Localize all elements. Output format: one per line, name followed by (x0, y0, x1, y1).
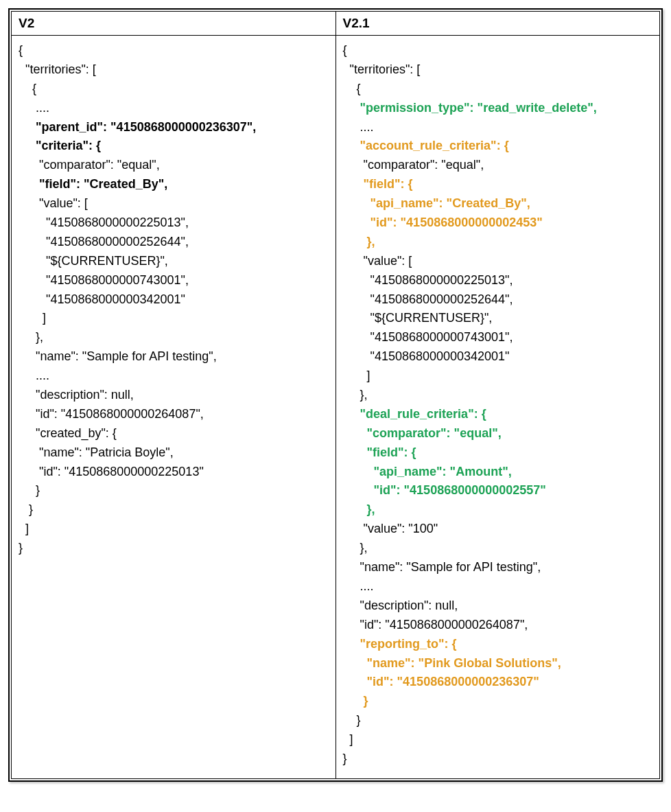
header-v21: V2.1 (336, 12, 660, 36)
comparison-table-wrapper: V2 V2.1 { "territories": [ { .... "paren… (8, 8, 663, 782)
cell-v2: { "territories": [ { .... "parent_id": "… (12, 36, 336, 779)
code-v21: { "territories": [ { "permission_type": … (343, 41, 653, 769)
code-v2: { "territories": [ { .... "parent_id": "… (19, 41, 329, 558)
header-v2: V2 (12, 12, 336, 36)
comparison-table: V2 V2.1 { "territories": [ { .... "paren… (11, 11, 660, 779)
cell-v21: { "territories": [ { "permission_type": … (336, 36, 660, 779)
